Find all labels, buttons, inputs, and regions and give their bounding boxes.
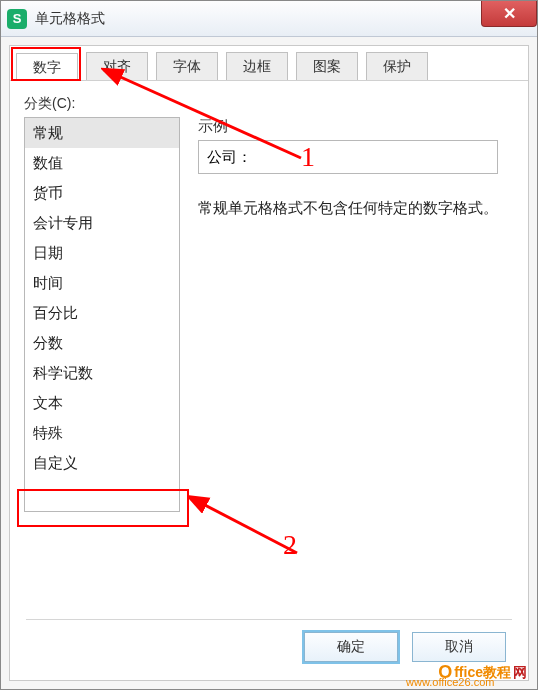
dialog-window: S 单元格格式 ✕ 数字 对齐 字体 边框 图案 保护 分类(C): 常规 数值… (0, 0, 538, 690)
watermark-url: www.office26.com (406, 676, 528, 690)
tab-align[interactable]: 对齐 (86, 52, 148, 80)
cancel-button[interactable]: 取消 (412, 632, 506, 662)
format-description: 常规单元格格式不包含任何特定的数字格式。 (198, 196, 510, 220)
content-area: 数字 对齐 字体 边框 图案 保护 分类(C): 常规 数值 货币 会计专用 日… (9, 45, 529, 681)
list-item[interactable]: 科学记数 (25, 358, 179, 388)
tab-number[interactable]: 数字 (16, 53, 78, 81)
close-button[interactable]: ✕ (481, 1, 537, 27)
button-row: 确定 取消 (304, 632, 506, 662)
category-listbox[interactable]: 常规 数值 货币 会计专用 日期 时间 百分比 分数 科学记数 文本 特殊 自定… (24, 117, 180, 512)
list-item[interactable]: 会计专用 (25, 208, 179, 238)
sample-box: 公司： (198, 140, 498, 174)
sample-label: 示例 (198, 117, 510, 136)
list-item[interactable]: 自定义 (25, 448, 179, 478)
tab-border[interactable]: 边框 (226, 52, 288, 80)
list-item[interactable]: 日期 (25, 238, 179, 268)
title-text: 单元格格式 (35, 10, 105, 28)
separator (26, 619, 512, 620)
close-icon: ✕ (503, 4, 516, 23)
list-item[interactable]: 分数 (25, 328, 179, 358)
list-item[interactable]: 常规 (25, 118, 179, 148)
list-item[interactable]: 货币 (25, 178, 179, 208)
list-item[interactable]: 百分比 (25, 298, 179, 328)
tab-font[interactable]: 字体 (156, 52, 218, 80)
list-item[interactable]: 特殊 (25, 418, 179, 448)
tab-protect[interactable]: 保护 (366, 52, 428, 80)
titlebar: S 单元格格式 ✕ (1, 1, 537, 37)
tabs: 数字 对齐 字体 边框 图案 保护 (10, 46, 528, 81)
list-item[interactable]: 文本 (25, 388, 179, 418)
list-item[interactable]: 数值 (25, 148, 179, 178)
annotation-number-2: 2 (283, 529, 297, 561)
annotation-number-1: 1 (301, 141, 315, 173)
ok-button[interactable]: 确定 (304, 632, 398, 662)
columns: 常规 数值 货币 会计专用 日期 时间 百分比 分数 科学记数 文本 特殊 自定… (24, 117, 514, 512)
number-pane: 分类(C): 常规 数值 货币 会计专用 日期 时间 百分比 分数 科学记数 文… (10, 81, 528, 526)
category-label: 分类(C): (24, 95, 514, 113)
list-item[interactable]: 时间 (25, 268, 179, 298)
app-icon: S (7, 9, 27, 29)
tab-pattern[interactable]: 图案 (296, 52, 358, 80)
right-panel: 示例 公司： 常规单元格格式不包含任何特定的数字格式。 (194, 117, 514, 512)
